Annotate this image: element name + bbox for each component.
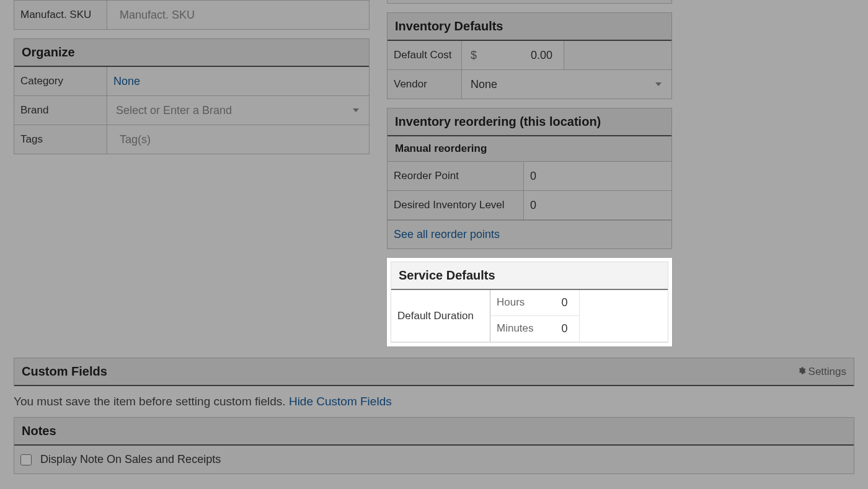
see-all-reorder-points-link[interactable]: See all reorder points xyxy=(394,228,500,240)
service-defaults-header: Service Defaults xyxy=(391,262,668,290)
default-cost-value: 0.00 xyxy=(483,49,557,62)
category-label: Category xyxy=(14,67,107,95)
desired-inventory-level-input[interactable] xyxy=(530,193,665,218)
currency-symbol: $ xyxy=(468,49,477,62)
organize-header: Organize xyxy=(14,39,369,67)
manufact-sku-row: Manufact. SKU xyxy=(14,0,370,30)
display-note-checkbox[interactable] xyxy=(20,454,32,465)
reorder-point-input[interactable] xyxy=(530,164,665,189)
custom-fields-panel: Custom Fields Settings xyxy=(14,358,854,386)
hours-value: 0 xyxy=(561,296,567,309)
minutes-input[interactable]: Minutes 0 xyxy=(490,316,579,341)
desired-inventory-level-label: Desired Inventory Level xyxy=(388,191,524,219)
custom-fields-header: Custom Fields xyxy=(22,364,107,379)
inventory-reordering-header: Inventory reordering (this location) xyxy=(388,108,671,136)
custom-fields-settings-link[interactable]: Settings xyxy=(797,366,846,378)
default-duration-label: Default Duration xyxy=(391,290,490,341)
tags-label: Tags xyxy=(14,125,107,154)
chevron-down-icon xyxy=(353,107,359,113)
custom-fields-body: You must save the item before setting cu… xyxy=(14,386,854,417)
display-note-label: Display Note On Sales and Receipts xyxy=(40,453,221,466)
panel-stub xyxy=(387,0,672,4)
manual-reordering-subheader: Manual reordering xyxy=(388,136,671,162)
inventory-defaults-header: Inventory Defaults xyxy=(388,13,671,41)
inventory-reordering-panel: Inventory reordering (this location) Man… xyxy=(387,108,672,249)
brand-label: Brand xyxy=(14,96,107,125)
tags-input[interactable] xyxy=(113,127,363,152)
service-defaults-panel: Service Defaults Default Duration Hours … xyxy=(391,262,668,343)
brand-select-text: Select or Enter a Brand xyxy=(113,98,363,123)
notes-panel: Notes Display Note On Sales and Receipts xyxy=(14,417,854,474)
manufact-sku-input[interactable] xyxy=(113,2,363,28)
notes-header: Notes xyxy=(14,418,854,446)
minutes-label: Minutes xyxy=(497,322,534,335)
hide-custom-fields-link[interactable]: Hide Custom Fields xyxy=(289,395,392,408)
minutes-value: 0 xyxy=(561,322,567,335)
gear-icon xyxy=(797,366,806,378)
brand-select[interactable]: Select or Enter a Brand xyxy=(113,98,363,123)
settings-label: Settings xyxy=(808,366,846,378)
hours-label: Hours xyxy=(497,296,525,309)
vendor-select-text: None xyxy=(468,72,665,97)
manufact-sku-label: Manufact. SKU xyxy=(14,1,107,29)
vendor-label: Vendor xyxy=(388,70,462,99)
default-cost-label: Default Cost xyxy=(388,41,462,69)
service-defaults-highlight: Service Defaults Default Duration Hours … xyxy=(387,258,672,346)
default-cost-input[interactable]: $ 0.00 xyxy=(468,49,557,62)
category-value-link[interactable]: None xyxy=(113,75,140,88)
vendor-select[interactable]: None xyxy=(468,72,665,97)
reorder-point-label: Reorder Point xyxy=(388,162,524,190)
chevron-down-icon xyxy=(655,81,662,87)
hours-input[interactable]: Hours 0 xyxy=(490,290,579,316)
custom-fields-body-text: You must save the item before setting cu… xyxy=(14,395,289,408)
inventory-defaults-panel: Inventory Defaults Default Cost $ 0.00 V… xyxy=(387,12,672,99)
organize-panel: Organize Category None Brand Select or E… xyxy=(14,38,370,154)
